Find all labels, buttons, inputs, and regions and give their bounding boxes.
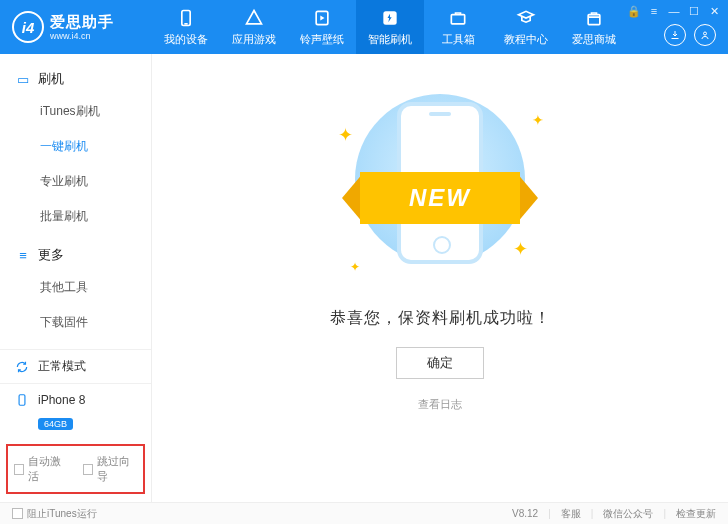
checkbox-icon bbox=[12, 508, 23, 519]
checkbox-block-itunes[interactable]: 阻止iTunes运行 bbox=[12, 507, 97, 521]
phone-icon bbox=[176, 8, 196, 28]
svg-rect-7 bbox=[19, 395, 25, 406]
footer: 阻止iTunes运行 V8.12 | 客服 | 微信公众号 | 检查更新 bbox=[0, 502, 728, 524]
options-highlight: 自动激活 跳过向导 bbox=[6, 444, 145, 494]
menu-icon[interactable]: ≡ bbox=[646, 4, 662, 18]
refresh-icon bbox=[14, 359, 30, 375]
sidebar: ▭ 刷机 iTunes刷机 一键刷机 专业刷机 批量刷机 ≡ 更多 其他工具 下… bbox=[0, 54, 152, 502]
lock-icon[interactable]: 🔒 bbox=[626, 4, 642, 18]
maximize-icon[interactable]: ☐ bbox=[686, 4, 702, 18]
mode-label: 正常模式 bbox=[38, 358, 86, 375]
device-row[interactable]: iPhone 8 64GB bbox=[0, 383, 151, 440]
mode-row[interactable]: 正常模式 bbox=[0, 349, 151, 383]
nav-label: 智能刷机 bbox=[368, 32, 412, 47]
wechat-link[interactable]: 微信公众号 bbox=[603, 507, 653, 521]
device-phone-icon bbox=[14, 392, 30, 408]
star-icon: ✦ bbox=[350, 260, 360, 274]
sidebar-item-batch[interactable]: 批量刷机 bbox=[0, 199, 151, 234]
window-controls: 🔒 ≡ — ☐ ✕ bbox=[626, 4, 722, 18]
sidebar-item-itunes[interactable]: iTunes刷机 bbox=[0, 94, 151, 129]
sidebar-item-oneclick[interactable]: 一键刷机 bbox=[0, 129, 151, 164]
ribbon-text: NEW bbox=[360, 172, 520, 224]
titlebar: i4 爱思助手 www.i4.cn 我的设备 应用游戏 铃声壁纸 智能刷机 工具… bbox=[0, 0, 728, 54]
brand-name: 爱思助手 bbox=[50, 13, 114, 31]
ring-icon bbox=[312, 8, 332, 28]
nav-ring[interactable]: 铃声壁纸 bbox=[288, 0, 356, 54]
sidebar-group-more[interactable]: ≡ 更多 bbox=[0, 240, 151, 270]
nav-tools[interactable]: 工具箱 bbox=[424, 0, 492, 54]
nav-label: 铃声壁纸 bbox=[300, 32, 344, 47]
sidebar-item-firmware[interactable]: 下载固件 bbox=[0, 305, 151, 340]
main-panel: ✦ ✦ ✦ ✦ NEW 恭喜您，保资料刷机成功啦！ 确定 查看日志 bbox=[152, 54, 728, 502]
brand-url: www.i4.cn bbox=[50, 31, 114, 42]
checkbox-auto-activate[interactable]: 自动激活 bbox=[14, 454, 69, 484]
mall-icon bbox=[584, 8, 604, 28]
support-link[interactable]: 客服 bbox=[561, 507, 581, 521]
star-icon: ✦ bbox=[532, 112, 544, 128]
update-link[interactable]: 检查更新 bbox=[676, 507, 716, 521]
nav-mall[interactable]: 爱思商城 bbox=[560, 0, 628, 54]
checkbox-icon bbox=[14, 464, 24, 475]
nav-label: 我的设备 bbox=[164, 32, 208, 47]
nav-tutorial[interactable]: 教程中心 bbox=[492, 0, 560, 54]
checkbox-label: 阻止iTunes运行 bbox=[27, 507, 97, 521]
version-label: V8.12 bbox=[512, 508, 538, 519]
success-illustration: ✦ ✦ ✦ ✦ NEW bbox=[330, 94, 550, 284]
toolbox-icon bbox=[448, 8, 468, 28]
svg-rect-5 bbox=[588, 14, 600, 24]
sidebar-item-pro[interactable]: 专业刷机 bbox=[0, 164, 151, 199]
svg-point-6 bbox=[704, 32, 707, 35]
nav-label: 教程中心 bbox=[504, 32, 548, 47]
flash-icon bbox=[380, 8, 400, 28]
brand: i4 爱思助手 www.i4.cn bbox=[0, 11, 152, 43]
download-button[interactable] bbox=[664, 24, 686, 46]
phone-outline-icon: ▭ bbox=[16, 72, 30, 87]
view-log-link[interactable]: 查看日志 bbox=[418, 397, 462, 412]
star-icon: ✦ bbox=[513, 238, 528, 260]
nav-label: 应用游戏 bbox=[232, 32, 276, 47]
titlebar-actions bbox=[664, 24, 716, 46]
logo-icon: i4 bbox=[12, 11, 44, 43]
star-icon: ✦ bbox=[338, 124, 353, 146]
checkbox-label: 跳过向导 bbox=[97, 454, 137, 484]
nav-label: 爱思商城 bbox=[572, 32, 616, 47]
sidebar-item-advanced[interactable]: 高级功能 bbox=[0, 340, 151, 349]
close-icon[interactable]: ✕ bbox=[706, 4, 722, 18]
sidebar-group-title: 更多 bbox=[38, 246, 64, 264]
ok-button[interactable]: 确定 bbox=[396, 347, 484, 379]
checkbox-icon bbox=[83, 464, 93, 475]
menu-lines-icon: ≡ bbox=[16, 248, 30, 263]
nav-flash[interactable]: 智能刷机 bbox=[356, 0, 424, 54]
nav-device[interactable]: 我的设备 bbox=[152, 0, 220, 54]
sidebar-group-title: 刷机 bbox=[38, 70, 64, 88]
checkbox-skip-guide[interactable]: 跳过向导 bbox=[83, 454, 138, 484]
sidebar-group-flash[interactable]: ▭ 刷机 bbox=[0, 64, 151, 94]
apps-icon bbox=[244, 8, 264, 28]
sidebar-item-other[interactable]: 其他工具 bbox=[0, 270, 151, 305]
minimize-icon[interactable]: — bbox=[666, 4, 682, 18]
svg-rect-4 bbox=[451, 14, 464, 23]
nav-apps[interactable]: 应用游戏 bbox=[220, 0, 288, 54]
user-button[interactable] bbox=[694, 24, 716, 46]
storage-badge: 64GB bbox=[38, 418, 73, 430]
top-nav: 我的设备 应用游戏 铃声壁纸 智能刷机 工具箱 教程中心 爱思商城 bbox=[152, 0, 628, 54]
success-message: 恭喜您，保资料刷机成功啦！ bbox=[330, 308, 551, 329]
tutorial-icon bbox=[516, 8, 536, 28]
checkbox-label: 自动激活 bbox=[28, 454, 68, 484]
device-name: iPhone 8 bbox=[38, 393, 85, 407]
nav-label: 工具箱 bbox=[442, 32, 475, 47]
